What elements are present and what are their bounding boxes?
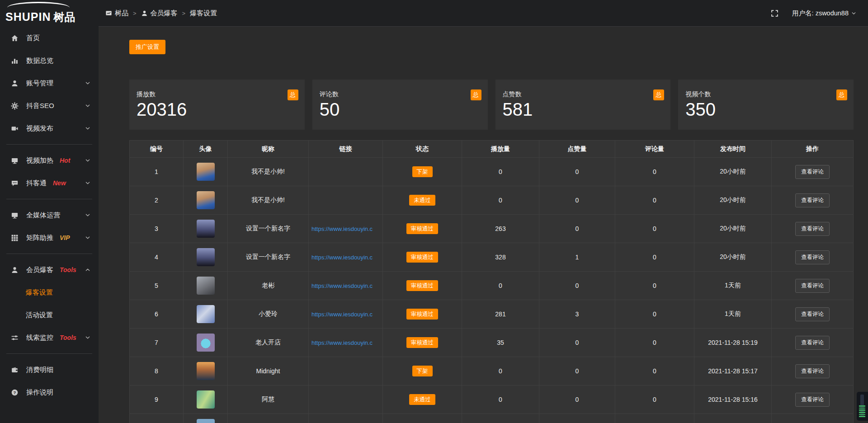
- sidebar-item-label: 视频加热: [26, 156, 53, 165]
- sidebar-item-home[interactable]: 首页: [0, 27, 99, 49]
- row-publish-time: 1天前: [694, 300, 772, 329]
- view-comments-button[interactable]: 查看评论: [795, 393, 830, 407]
- row-comments: 0: [615, 215, 694, 243]
- row-id: [130, 414, 184, 423]
- home-icon: [11, 34, 19, 42]
- wallet-icon: [11, 366, 19, 374]
- sidebar-item-label: 账号管理: [26, 79, 53, 88]
- view-comments-button[interactable]: 查看评论: [795, 336, 830, 350]
- stat-total-badge: 总: [288, 89, 298, 100]
- row-nickname: 老彬: [228, 272, 309, 300]
- view-comments-button[interactable]: 查看评论: [795, 279, 830, 293]
- table-row: [130, 414, 854, 423]
- stat-total-badge: 总: [471, 89, 481, 100]
- row-nickname: Midnight: [228, 357, 309, 385]
- view-comments-button[interactable]: 查看评论: [795, 193, 830, 207]
- status-badge: 审核通过: [406, 337, 438, 348]
- sidebar-item-label: 抖客通: [26, 179, 47, 188]
- status-badge: 未通过: [409, 394, 435, 405]
- stat-label: 播放数: [137, 90, 297, 99]
- stat-value: 350: [685, 99, 846, 119]
- fullscreen-icon[interactable]: [771, 9, 778, 17]
- sidebar-item-douyin-seo[interactable]: 抖音SEO: [0, 94, 99, 117]
- scroll-widget[interactable]: [857, 392, 868, 421]
- table-row: 7 老人开店 https://www.iesdouyin.c 审核通过 35 0…: [130, 329, 854, 357]
- breadcrumb-item-shupin[interactable]: 树品: [105, 9, 128, 18]
- table-row: 5 老彬 https://www.iesdouyin.c 审核通过 0 0 0 …: [130, 272, 854, 300]
- breadcrumb-item-member-baoke[interactable]: 会员爆客: [141, 9, 178, 18]
- sidebar-item-member-baoke[interactable]: 会员爆客Tools: [0, 258, 99, 281]
- logo: SHUPIN 树品: [0, 0, 99, 27]
- row-comments: 0: [615, 385, 694, 414]
- sidebar-item-account-manage[interactable]: 账号管理: [0, 72, 99, 94]
- grid-icon: [11, 234, 19, 242]
- row-link[interactable]: https://www.iesdouyin.c: [309, 226, 382, 232]
- sidebar-menu: 首页数据总览账号管理抖音SEO视频发布视频加热Hot抖客通New全媒体运营矩阵助…: [0, 27, 99, 404]
- row-plays: 263: [462, 215, 539, 243]
- sliders-icon: [11, 334, 19, 342]
- row-link[interactable]: https://www.iesdouyin.c: [309, 254, 382, 261]
- sidebar-item-label: 抖音SEO: [26, 102, 54, 110]
- sidebar-item-media-operation[interactable]: 全媒体运营: [0, 204, 99, 226]
- view-comments-button[interactable]: 查看评论: [795, 250, 830, 264]
- view-comments-button[interactable]: 查看评论: [795, 165, 830, 179]
- topbar-right: 用户名: zswodun88: [771, 9, 856, 18]
- chevron-down-icon: [85, 212, 90, 218]
- sidebar-item-douketong[interactable]: 抖客通New: [0, 172, 99, 194]
- sidebar-item-matrix-boost[interactable]: 矩阵助推VIP: [0, 226, 99, 249]
- avatar: [197, 390, 215, 409]
- row-link[interactable]: https://www.iesdouyin.c: [309, 339, 382, 346]
- sidebar-item-label: 线索监控: [26, 334, 53, 342]
- row-link[interactable]: https://www.iesdouyin.c: [309, 311, 382, 318]
- sidebar-subitem-label: 爆客设置: [26, 288, 53, 297]
- member-icon: [11, 266, 19, 274]
- row-comments: [615, 414, 694, 423]
- sidebar-item-video-publish[interactable]: 视频发布: [0, 117, 99, 140]
- row-link[interactable]: https://www.iesdouyin.c: [309, 282, 382, 289]
- view-comments-button[interactable]: 查看评论: [795, 222, 830, 236]
- breadcrumb-item-baoke-settings[interactable]: 爆客设置: [190, 9, 217, 18]
- avatar: [197, 220, 215, 238]
- sidebar-item-consume-detail[interactable]: 消费明细: [0, 358, 99, 381]
- sidebar-item-badge: Tools: [60, 266, 76, 273]
- col-header-plays: 播放量: [462, 141, 539, 158]
- gear-icon: [11, 102, 19, 110]
- row-likes: 0: [539, 329, 615, 357]
- logo-brand: SHUPIN: [5, 11, 51, 23]
- sidebar-subitem-activity-settings[interactable]: 活动设置: [0, 304, 99, 326]
- view-comments-button[interactable]: 查看评论: [795, 364, 830, 378]
- sidebar-item-data-overview[interactable]: 数据总览: [0, 49, 99, 72]
- promo-settings-button[interactable]: 推广设置: [129, 40, 165, 54]
- sidebar-subitem-baoke-settings[interactable]: 爆客设置: [0, 281, 99, 304]
- breadcrumb-label: 会员爆客: [151, 9, 178, 18]
- stat-total-badge: 总: [836, 89, 847, 100]
- sidebar-item-video-heat[interactable]: 视频加热Hot: [0, 149, 99, 172]
- row-id: 2: [130, 186, 184, 215]
- screen-icon: [105, 10, 112, 17]
- status-badge: 审核通过: [406, 252, 438, 263]
- sidebar-item-clue-monitor[interactable]: 线索监控Tools: [0, 326, 99, 349]
- sidebar-item-label: 首页: [26, 34, 40, 42]
- status-badge: 审核通过: [406, 280, 438, 291]
- chat-icon: [11, 179, 19, 187]
- chevron-down-icon: [85, 126, 90, 131]
- user-menu[interactable]: 用户名: zswodun88: [792, 9, 856, 18]
- row-likes: 0: [539, 385, 615, 414]
- row-likes: 0: [539, 158, 615, 186]
- row-nickname: 阿慧: [228, 385, 309, 414]
- status-badge: 审核通过: [406, 309, 438, 320]
- row-likes: 0: [539, 272, 615, 300]
- stats-row: 播放数 20316 总 评论数 50 总 点赞数 581 总 视频个数 350 …: [129, 80, 854, 130]
- row-comments: 0: [615, 300, 694, 329]
- sidebar-item-operation-guide[interactable]: ?操作说明: [0, 381, 99, 404]
- view-comments-button[interactable]: 查看评论: [795, 307, 830, 321]
- sidebar-item-label: 操作说明: [26, 388, 53, 397]
- row-comments: 0: [615, 272, 694, 300]
- row-publish-time: 20小时前: [694, 215, 772, 243]
- breadcrumb-separator: >: [182, 10, 186, 17]
- avatar: [197, 334, 215, 352]
- table-row: 8 Midnight 下架 0 0 0 2021-11-28 15:17 查看评…: [130, 357, 854, 385]
- col-header-id: 编号: [130, 141, 184, 158]
- row-plays: 0: [462, 357, 539, 385]
- breadcrumb-label: 爆客设置: [190, 9, 217, 18]
